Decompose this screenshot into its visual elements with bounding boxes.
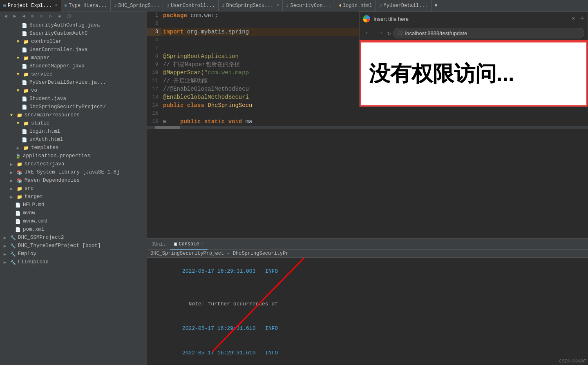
folder-collapsed-icon: ▶ bbox=[8, 185, 15, 192]
sidebar-item-dhc-ssm[interactable]: ▶ 🔧 DHC_SSMProject2 bbox=[0, 234, 147, 242]
code-hscrollbar[interactable] bbox=[147, 126, 588, 129]
sidebar-item-security-custom[interactable]: 📄 SecurityCustomAuthC bbox=[0, 29, 147, 38]
tab-label-dhc-springsec: DhcSpringSecu... bbox=[226, 3, 273, 9]
sidebar-item-dhc-thymeleaf[interactable]: ▶ 🔧 DHC_ThymeleafProject [boot] bbox=[0, 242, 147, 250]
console-body: 2022-05-17 16:29:31.003 INFO Note: furth… bbox=[147, 258, 588, 365]
browser-titlebar: Insert title here × + bbox=[360, 12, 588, 26]
console-line-3: 2022-05-17 16:29:31.610 INFO bbox=[150, 316, 585, 341]
browser-tab-title: Insert title here bbox=[373, 16, 568, 22]
sidebar-item-mvnw-cmd[interactable]: 📄 mvnw.cmd bbox=[0, 217, 147, 225]
folder-icon: ▼ bbox=[8, 112, 15, 118]
junit-label: JUnit bbox=[151, 242, 166, 247]
gear-icon[interactable]: ⬡ bbox=[65, 12, 73, 20]
sidebar-item-pom-xml[interactable]: 📄 pom.xml bbox=[0, 225, 147, 234]
tab-my-user-detail[interactable]: J MyUserDetail... bbox=[376, 0, 431, 11]
xml-file-icon: 📄 bbox=[15, 226, 21, 233]
html-file-icon: 📄 bbox=[21, 128, 28, 135]
java-icon-3: J bbox=[222, 3, 225, 8]
folder-image-icon: 📁 bbox=[23, 120, 29, 127]
tab-junit[interactable]: JUnit bbox=[147, 239, 170, 250]
settings-button[interactable]: ◈ bbox=[56, 12, 64, 20]
tab-console[interactable]: ▣ Console × bbox=[170, 239, 208, 250]
tab-label-security-con: SecurityCon... bbox=[290, 3, 331, 9]
java-file-icon: 📄 bbox=[21, 104, 28, 110]
sidebar-item-mapper[interactable]: ▼ 📁 mapper bbox=[0, 54, 147, 62]
browser-address-bar[interactable]: ⓘ localhost:8888/test/update bbox=[393, 28, 584, 38]
folder-image-icon: 📁 bbox=[16, 161, 23, 167]
sidebar-item-employ[interactable]: ▶ 🔧 Employ bbox=[0, 250, 147, 258]
console-line-2: Note: further occurrences of bbox=[150, 292, 585, 316]
sync-button[interactable]: ⊞ bbox=[29, 12, 37, 20]
sidebar-hscrollbar[interactable] bbox=[0, 268, 147, 271]
jre-icon: 📚 bbox=[16, 169, 23, 176]
folder-collapsed-icon: ▶ bbox=[8, 194, 15, 200]
tab-more[interactable]: ▼ bbox=[431, 0, 441, 11]
tab-label-project: Project Expl... bbox=[8, 3, 52, 9]
tab-project-explorer[interactable]: ⊞ Project Expl... × bbox=[0, 0, 61, 11]
console-tab-icon: ▣ bbox=[174, 241, 177, 247]
project-icon: 🔧 bbox=[10, 259, 16, 265]
code-line-15: 15 bbox=[147, 109, 588, 118]
bottom-tabs: JUnit ▣ Console × bbox=[147, 239, 588, 250]
browser-reload-button[interactable]: ↻ bbox=[387, 30, 391, 37]
browser-back-button[interactable]: ← bbox=[363, 29, 373, 37]
sidebar-item-my-user-detail-service[interactable]: 📄 MyUserDetailService.ja... bbox=[0, 78, 147, 87]
sidebar-item-target[interactable]: ▶ 📁 target bbox=[0, 193, 147, 201]
folder-icon: ▼ bbox=[15, 87, 21, 94]
sidebar-item-vo[interactable]: ▼ 📁 vo bbox=[0, 87, 147, 95]
sidebar-item-help-md[interactable]: 📄 HELP.md bbox=[0, 201, 147, 209]
sidebar-item-templates[interactable]: ▶ 📁 templates bbox=[0, 144, 147, 152]
project-icon: 🔧 bbox=[10, 251, 16, 257]
sidebar-item-test-java[interactable]: ▶ 📁 src/test/java bbox=[0, 160, 147, 168]
sidebar-item-resources[interactable]: ▼ 📁 src/main/resources bbox=[0, 111, 147, 119]
folder-image-icon: 📁 bbox=[23, 71, 29, 78]
sidebar-item-security-auth[interactable]: 📄 SecurityAuthConfig.java bbox=[0, 21, 147, 29]
forward-button[interactable]: ▶ bbox=[11, 12, 19, 20]
hierarchy-icon: ⊟ bbox=[65, 3, 67, 8]
tab-dhc-springsec[interactable]: J DhcSpringSecu... × bbox=[219, 0, 283, 11]
tab-user-controller[interactable]: J UserControll... bbox=[163, 0, 219, 11]
sidebar-item-student-java[interactable]: 📄 Student.java bbox=[0, 95, 147, 103]
tab-close-project[interactable]: × bbox=[55, 3, 58, 8]
sidebar-item-service[interactable]: ▼ 📁 service bbox=[0, 70, 147, 78]
console-header-text: DHC_SpringSecurityProject - DhcSpringSec… bbox=[150, 251, 288, 256]
sidebar-item-fileupload[interactable]: ▶ 🔧 FileUpLoad bbox=[0, 258, 147, 266]
project-icon: 🔧 bbox=[10, 243, 16, 249]
browser-toolbar: ← → ↻ ⓘ localhost:8888/test/update bbox=[360, 26, 588, 41]
tab-security-con[interactable]: J SecurityCon... bbox=[283, 0, 335, 11]
sidebar-item-static[interactable]: ▼ 📁 static bbox=[0, 119, 147, 127]
cmd-file-icon: 📄 bbox=[15, 218, 21, 225]
sidebar-item-controller[interactable]: ▼ 📁 controller bbox=[0, 38, 147, 46]
java-icon-1: J bbox=[114, 3, 117, 8]
browser-tab-close-button[interactable]: × bbox=[572, 16, 575, 22]
sidebar-item-login-html[interactable]: 📄 login.html bbox=[0, 127, 147, 136]
project-icon: 🔧 bbox=[10, 234, 16, 241]
folder-collapsed-icon: ▶ bbox=[2, 234, 8, 241]
sidebar-item-mvnw[interactable]: 📄 mvnw bbox=[0, 209, 147, 217]
java-file-icon: 📄 bbox=[21, 30, 28, 37]
folder-image-icon: 📁 bbox=[16, 112, 23, 118]
nav-button-3[interactable]: ◀ bbox=[20, 12, 28, 20]
sidebar-item-src[interactable]: ▶ 📁 src bbox=[0, 185, 147, 193]
tab-login-html[interactable]: H login.html bbox=[335, 0, 376, 11]
browser-content-area: 没有权限访问... bbox=[360, 41, 588, 107]
back-button[interactable]: ◀ bbox=[2, 12, 10, 20]
sidebar-item-unauth-html[interactable]: 📄 unAuth.html bbox=[0, 136, 147, 144]
java-file-icon: 📄 bbox=[21, 47, 28, 53]
tab-type-hierarchy[interactable]: ⊟ Type Hiera... bbox=[61, 0, 111, 11]
sidebar-item-maven-deps[interactable]: ▶ 📚 Maven Dependencies bbox=[0, 176, 147, 185]
sidebar-item-jre[interactable]: ▶ 📚 JRE System Library [JavaSE-1.8] bbox=[0, 168, 147, 176]
sidebar-item-dhc-proj[interactable]: 📄 DhcSpringSecurityProject/ bbox=[0, 103, 147, 111]
sidebar-item-student-mapper[interactable]: 📄 StudentMapper.java bbox=[0, 62, 147, 70]
tab-close-springsec[interactable]: × bbox=[277, 3, 279, 8]
sidebar-item-application-props[interactable]: 🍃 application.properties bbox=[0, 152, 147, 160]
browser-forward-button[interactable]: → bbox=[375, 29, 385, 37]
browser-logo-icon bbox=[363, 15, 370, 22]
tab-dhc-spring[interactable]: J DHC_SpringS... bbox=[111, 0, 163, 11]
filter-button[interactable]: ▷ bbox=[47, 12, 55, 20]
console-close-button[interactable]: × bbox=[201, 242, 203, 246]
sidebar-item-user-controller[interactable]: 📄 UserController.java bbox=[0, 46, 147, 54]
browser-new-tab-button[interactable]: + bbox=[580, 15, 584, 23]
maven-icon: 📚 bbox=[16, 177, 23, 184]
collapse-button[interactable]: ⊟ bbox=[38, 12, 46, 20]
